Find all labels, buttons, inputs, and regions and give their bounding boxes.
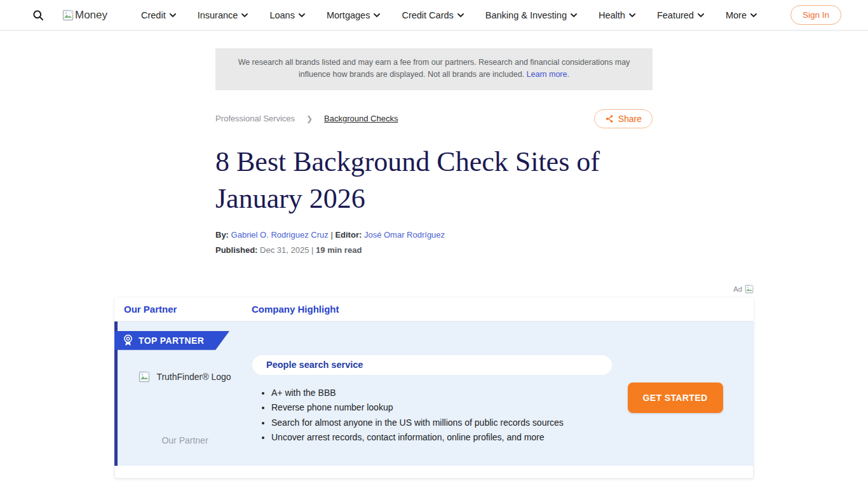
broken-image-icon — [139, 371, 150, 383]
ad-slot: Ad — [114, 285, 754, 294]
highlight-bullet: A+ with the BBB — [271, 388, 612, 398]
top-partner-ribbon: TOP PARTNER — [114, 331, 229, 350]
breadcrumb: Professional Services ❯ Background Check… — [215, 114, 398, 123]
highlight-bullet-list: A+ with the BBB Reverse phone number loo… — [252, 388, 612, 443]
nav-item-more[interactable]: More — [726, 10, 757, 20]
nav-item-credit[interactable]: Credit — [141, 10, 176, 20]
cta-column: GET STARTED — [612, 355, 738, 454]
author-link[interactable]: Gabriel O. Rodriguez Cruz — [231, 230, 329, 240]
nav-item-mortgages[interactable]: Mortgages — [327, 10, 381, 20]
chevron-down-icon — [241, 13, 248, 17]
search-icon[interactable] — [32, 8, 46, 22]
chevron-down-icon — [458, 13, 464, 17]
nav-item-banking-investing[interactable]: Banking & Investing — [485, 10, 577, 20]
breadcrumb-row: Professional Services ❯ Background Check… — [215, 109, 653, 128]
medal-icon — [123, 334, 133, 346]
read-time: 19 min read — [316, 245, 362, 255]
our-partner-caption: Our Partner — [161, 435, 208, 445]
chevron-down-icon — [750, 13, 757, 17]
highlight-bullet: Search for almost anyone in the US with … — [271, 417, 612, 428]
broken-image-icon — [745, 285, 754, 294]
share-button[interactable]: Share — [594, 109, 653, 128]
main-menu: Credit Insurance Loans Mortgages Credit … — [107, 10, 790, 20]
page-title: 8 Best Background Check Sites of January… — [215, 144, 660, 217]
breadcrumb-current[interactable]: Background Checks — [324, 114, 398, 123]
nav-item-credit-cards[interactable]: Credit Cards — [402, 10, 463, 20]
partner-comparison-card: Our Partner Company Highlight TOP PARTNE… — [114, 297, 754, 478]
column-header-company-highlight: Company Highlight — [252, 304, 339, 315]
advertiser-disclosure: We research all brands listed and may ea… — [215, 48, 653, 90]
ad-label: Ad — [733, 285, 742, 293]
published-line: Published: Dec 31, 2025 | 19 min read — [215, 245, 653, 255]
logo-alt-text: Money — [75, 9, 107, 22]
share-label: Share — [618, 114, 642, 124]
sign-in-button[interactable]: Sign In — [790, 5, 841, 25]
chevron-down-icon — [299, 13, 305, 17]
chevron-down-icon — [698, 13, 704, 17]
highlight-bullet: Uncover arrest records, contact informat… — [271, 432, 612, 442]
card-header-row: Our Partner Company Highlight — [114, 297, 754, 322]
nav-item-featured[interactable]: Featured — [657, 10, 704, 20]
service-category-pill: People search service — [252, 355, 612, 375]
breadcrumb-parent[interactable]: Professional Services — [215, 114, 295, 123]
published-date: Dec 31, 2025 — [260, 245, 309, 255]
chevron-down-icon — [374, 13, 380, 17]
nav-item-insurance[interactable]: Insurance — [198, 10, 248, 20]
company-highlight-column: People search service A+ with the BBB Re… — [252, 355, 612, 454]
nav-item-health[interactable]: Health — [599, 10, 635, 20]
partner-logo-column: TruthFinder® Logo Our Partner — [118, 355, 252, 454]
chevron-down-icon — [629, 13, 635, 17]
get-started-button[interactable]: GET STARTED — [628, 383, 723, 413]
chevron-down-icon — [571, 13, 577, 17]
broken-image-icon — [62, 10, 74, 21]
share-icon — [605, 114, 614, 123]
column-header-our-partner: Our Partner — [124, 304, 252, 315]
nav-item-loans[interactable]: Loans — [269, 10, 305, 20]
learn-more-link[interactable]: Learn more — [527, 70, 567, 79]
next-partner-row-partial — [114, 466, 754, 478]
disclosure-text: We research all brands listed and may ea… — [238, 58, 630, 79]
highlight-bullet: Reverse phone number lookup — [271, 402, 612, 412]
top-partner-row: TOP PARTNER TruthFinder® Logo Our Partne… — [114, 322, 754, 466]
chevron-right-icon: ❯ — [306, 114, 313, 123]
partner-logo[interactable]: TruthFinder® Logo — [139, 371, 231, 383]
partner-logo-alt-text: TruthFinder® Logo — [156, 372, 231, 382]
top-navigation: Money Credit Insurance Loans Mortgages C… — [0, 0, 868, 30]
byline: By: Gabriel O. Rodriguez Cruz | Editor: … — [215, 230, 653, 240]
chevron-down-icon — [170, 13, 176, 17]
ribbon-label: TOP PARTNER — [139, 336, 204, 346]
editor-link[interactable]: José Omar Rodríguez — [364, 230, 445, 240]
site-logo[interactable]: Money — [62, 9, 107, 22]
